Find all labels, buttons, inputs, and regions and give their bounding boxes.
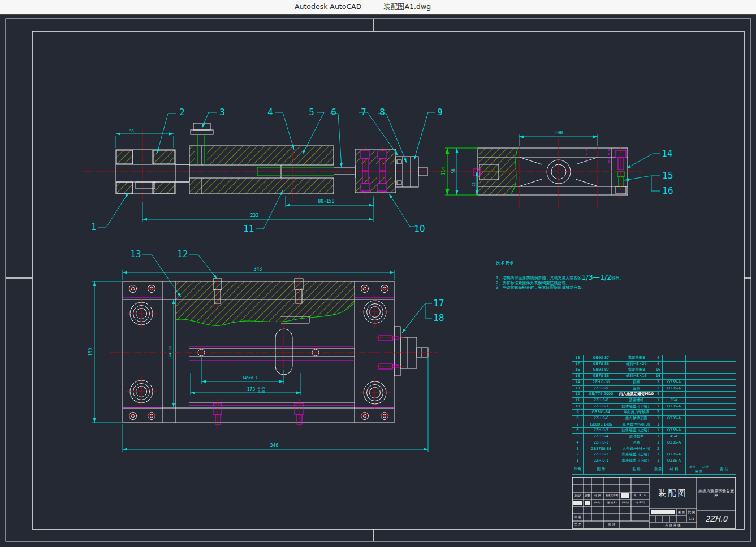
table-row: 12ZH.0-1底座端盖（下端）1Q235-A <box>572 458 736 464</box>
plan-view: 343 150 124.06 143±0.2 173 -0.05 -0.08 3… <box>88 249 444 452</box>
callout-13: 13 <box>130 249 141 259</box>
dim-55: 55 <box>129 129 134 133</box>
tb-date: 年、月、日 <box>631 492 649 500</box>
dim-80-150: 80-150 <box>318 199 335 204</box>
tb-change-doc: 更改文件号 <box>604 492 620 500</box>
dim-150: 150 <box>88 348 93 357</box>
dim-343: 343 <box>254 267 262 272</box>
table-row: 15GB70-85螺钉M8×1616 <box>572 374 736 380</box>
technical-notes: 技术要求 1、结构内部应涂防锈润滑脂，其填充量为空腔的1/3—1/2容积。 2、… <box>496 260 682 290</box>
callout-10: 10 <box>414 224 425 234</box>
drawing-number: 2ZH.0 <box>697 510 736 528</box>
tb-designer-bar2 <box>585 501 590 505</box>
callout-1: 1 <box>91 222 97 232</box>
callout-17: 17 <box>433 298 444 309</box>
dim-233: 233 <box>250 213 259 218</box>
window-titlebar[interactable]: Autodesk AutoCAD 装配图A1.dwg <box>0 0 756 15</box>
dim-173: 173 <box>247 387 256 392</box>
note-1: 1、结构内部应涂防锈润滑脂，其填充量为空腔的1/3—1/2容积。 <box>496 275 682 281</box>
tb-sig2: (签名) <box>620 500 631 507</box>
table-row: 42ZH.0-3活塞1Q235-A <box>572 440 736 446</box>
note-3: 3、当锁紧螺母松开时，夹紧缸应能前后移动自如。 <box>496 285 682 290</box>
callout-16: 16 <box>662 186 673 196</box>
dim-56: 56 <box>451 168 456 174</box>
callout-9: 9 <box>437 107 443 118</box>
table-row: 112ZH.0-8活塞螺杆135# <box>572 397 736 403</box>
front-section-view: 55 233 80-150 1 2 3 4 5 6 7 8 9 10 11 <box>84 107 452 234</box>
app-title: Autodesk AutoCAD <box>295 2 361 11</box>
callout-6: 6 <box>331 107 336 118</box>
tb-check: 审 核 <box>572 514 584 521</box>
tb-designer-bar <box>573 501 582 505</box>
product-name: 插拔力测量试验台底座 <box>698 477 735 510</box>
note-1-fraction: 1/3—1/2 <box>581 273 611 281</box>
tb-scale-label: 比 例 <box>686 509 697 516</box>
tb-mark: 标记 <box>572 492 584 500</box>
table-row: 22ZH.0-2底座端盖（上端）1Q235-A <box>572 452 736 458</box>
table-row: 142ZH.0-10挡板2Q235-A <box>572 379 736 385</box>
table-row: 82ZH.0-6推力轴承垫圈1Q235-A <box>572 416 736 422</box>
callout-14: 14 <box>662 149 672 159</box>
table-row: 9GB301-84单向推力球轴承2 <box>572 410 736 416</box>
table-row: 102ZH.0-7缸体端盖（下端）1Q235-A <box>572 403 736 410</box>
tb-approve: 批 准 <box>604 521 620 528</box>
callout-11: 11 <box>243 224 254 234</box>
callout-7: 7 <box>361 107 366 118</box>
tb-zone: 分 区 <box>591 492 604 500</box>
callout-18: 18 <box>433 313 444 323</box>
table-row: 16GB93-87弹簧垫圈816 <box>572 367 736 374</box>
document-title: 装配图A1.dwg <box>383 2 431 12</box>
table-row: 7GB893.1-86孔用弹性挡圈 301 <box>572 422 736 428</box>
tb-sheets: 共 张 第 张 <box>649 522 697 528</box>
table-row: 62ZH.0-5缸体端盖（上端）1Q235-A <box>572 428 736 434</box>
dim-346: 346 <box>270 443 279 448</box>
tb-count: 处数 <box>584 492 591 500</box>
tb-std: (标准化) <box>604 500 620 507</box>
table-row: 12GB/T79-2000内六角紧定螺钉M10×254 <box>572 392 736 398</box>
table-row: 132ZH.0-9压板2Q235-A <box>572 385 736 392</box>
tb-stage-bar <box>651 510 675 514</box>
callout-4: 4 <box>267 107 273 118</box>
callout-8: 8 <box>379 107 385 118</box>
dim-124: 124.06 <box>168 346 172 359</box>
tb-sig1: (签名) <box>591 500 604 507</box>
bom-header-row: 序号 图 号 名 称 数量 材 料 单件总计重 量 备 注 <box>572 464 736 474</box>
table-row: 17GB70-85螺钉M8×204 <box>572 361 736 367</box>
dim-100: 100 <box>555 131 563 136</box>
tb-scale-value: 1:1 <box>686 516 697 522</box>
dim-173-tol-lower: -0.08 <box>256 390 265 393</box>
bom-table: 18GB93-87弹簧垫圈84 17GB70-85螺钉M8×204 16GB93… <box>572 355 736 475</box>
table-row: 3GB5780-86六角螺栓M6×402 <box>572 446 736 452</box>
callout-5: 5 <box>309 107 314 118</box>
callout-12: 12 <box>177 249 188 259</box>
table-row: 52ZH.0-4活动缸体145# <box>572 434 736 440</box>
dim-25: 25 <box>472 182 476 186</box>
dim-114: 114 <box>441 167 446 176</box>
tb-process: 工 艺 <box>572 521 584 528</box>
table-row: 18GB93-87弹簧垫圈84 <box>572 355 736 362</box>
side-view: 114 56 25 100 14 15 16 <box>441 131 673 210</box>
tb-date2: (年月日) <box>631 500 649 507</box>
dim-143: 143±0.2 <box>242 376 257 380</box>
callout-2: 2 <box>179 107 185 118</box>
callout-15: 15 <box>662 171 673 181</box>
drawing-title: 装配图 <box>649 477 697 509</box>
callout-3: 3 <box>219 107 225 118</box>
tb-signature-bar <box>621 493 629 498</box>
tb-weight: 重 量 <box>676 509 686 516</box>
notes-title: 技术要求 <box>496 260 682 266</box>
